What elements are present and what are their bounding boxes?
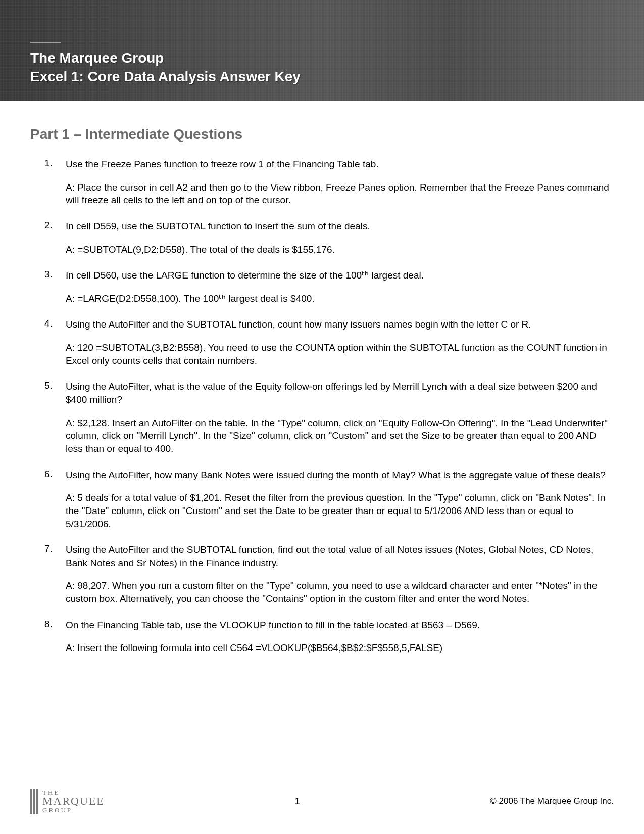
question-text: Use the Freeze Panes function to freeze … bbox=[66, 158, 614, 171]
question-number: 8. bbox=[44, 619, 53, 630]
question-number: 2. bbox=[44, 220, 53, 231]
question-number: 7. bbox=[44, 543, 53, 554]
footer-logo: THE MARQUEE GROUP bbox=[30, 789, 105, 814]
question-text: In cell D559, use the SUBTOTAL function … bbox=[66, 220, 614, 233]
answer-text: A: Place the cursor in cell A2 and then … bbox=[66, 181, 614, 207]
banner-divider bbox=[30, 42, 61, 43]
question-number: 5. bbox=[44, 380, 53, 391]
question-text: Using the AutoFilter and the SUBTOTAL fu… bbox=[66, 318, 614, 331]
copyright: © 2006 The Marquee Group Inc. bbox=[490, 796, 614, 806]
banner-title: The Marquee Group bbox=[30, 49, 614, 67]
question-item: 5. Using the AutoFilter, what is the val… bbox=[66, 380, 614, 455]
question-text: Using the AutoFilter, how many Bank Note… bbox=[66, 469, 614, 482]
answer-text: A: 120 =SUBTOTAL(3,B2:B558). You need to… bbox=[66, 341, 614, 367]
question-text: Using the AutoFilter and the SUBTOTAL fu… bbox=[66, 543, 614, 569]
banner-subtitle: Excel 1: Core Data Analysis Answer Key bbox=[30, 68, 614, 86]
question-item: 4. Using the AutoFilter and the SUBTOTAL… bbox=[66, 318, 614, 367]
question-list: 1. Use the Freeze Panes function to free… bbox=[30, 158, 614, 655]
logo-text: THE MARQUEE GROUP bbox=[42, 789, 105, 813]
answer-text: A: =LARGE(D2:D558,100). The 100ᵗʰ larges… bbox=[66, 292, 614, 305]
question-text: On the Financing Table tab, use the VLOO… bbox=[66, 619, 614, 632]
answer-text: A: =SUBTOTAL(9,D2:D558). The total of th… bbox=[66, 243, 614, 256]
logo-group: GROUP bbox=[42, 807, 105, 813]
question-text: In cell D560, use the LARGE function to … bbox=[66, 269, 614, 282]
question-number: 4. bbox=[44, 318, 53, 329]
question-item: 8. On the Financing Table tab, use the V… bbox=[66, 619, 614, 655]
question-number: 3. bbox=[44, 269, 53, 280]
question-item: 7. Using the AutoFilter and the SUBTOTAL… bbox=[66, 543, 614, 606]
section-heading: Part 1 – Intermediate Questions bbox=[30, 126, 614, 143]
question-item: 1. Use the Freeze Panes function to free… bbox=[66, 158, 614, 207]
logo-marquee: MARQUEE bbox=[42, 796, 105, 807]
answer-text: A: 98,207. When you run a custom filter … bbox=[66, 579, 614, 605]
answer-text: A: 5 deals for a total value of $1,201. … bbox=[66, 491, 614, 530]
logo-bars-icon bbox=[30, 789, 38, 814]
page-number: 1 bbox=[295, 796, 300, 807]
answer-text: A: Insert the following formula into cel… bbox=[66, 641, 614, 655]
question-text: Using the AutoFilter, what is the value … bbox=[66, 380, 614, 406]
main-content: Part 1 – Intermediate Questions 1. Use t… bbox=[0, 101, 644, 655]
footer: THE MARQUEE GROUP 1 © 2006 The Marquee G… bbox=[0, 789, 644, 814]
answer-text: A: $2,128. Insert an AutoFilter on the t… bbox=[66, 416, 614, 455]
question-item: 3. In cell D560, use the LARGE function … bbox=[66, 269, 614, 305]
question-item: 6. Using the AutoFilter, how many Bank N… bbox=[66, 469, 614, 531]
question-item: 2. In cell D559, use the SUBTOTAL functi… bbox=[66, 220, 614, 256]
header-banner: The Marquee Group Excel 1: Core Data Ana… bbox=[0, 0, 644, 101]
question-number: 1. bbox=[44, 158, 53, 169]
question-number: 6. bbox=[44, 469, 53, 480]
